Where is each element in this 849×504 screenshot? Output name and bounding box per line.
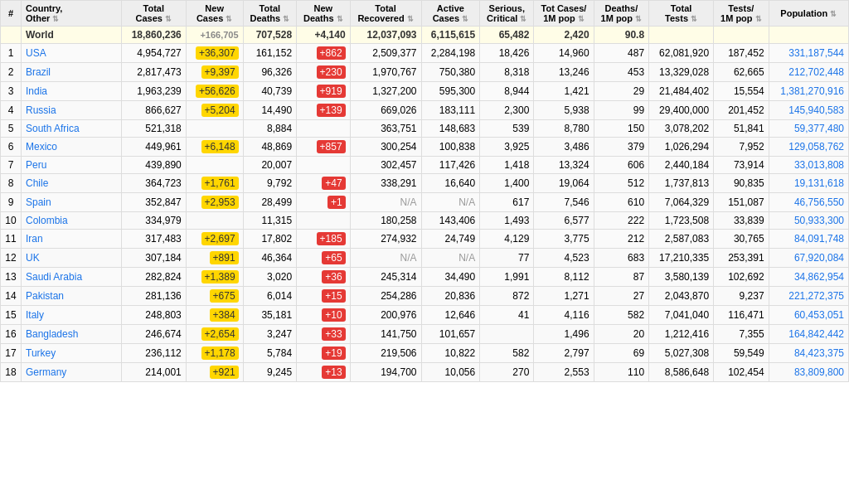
row-total-deaths: 17,802 <box>243 230 296 249</box>
col-active-cases[interactable]: ActiveCases ⇅ <box>421 1 480 27</box>
col-total-tests[interactable]: TotalTests ⇅ <box>649 1 714 27</box>
row-num: 14 <box>1 287 22 306</box>
sort-icon[interactable]: ⇅ <box>635 15 642 23</box>
col-tot-cases-1m[interactable]: Tot Cases/1M pop ⇅ <box>534 1 594 27</box>
row-num: 5 <box>1 120 22 138</box>
sort-icon[interactable]: ⇅ <box>755 15 762 23</box>
row-total-cases: 364,723 <box>121 174 186 193</box>
row-country[interactable]: Colombia <box>22 212 122 230</box>
row-country[interactable]: Turkey <box>22 344 122 363</box>
sort-icon[interactable]: ⇅ <box>337 15 343 23</box>
world-new-deaths: +4,140 <box>297 27 350 44</box>
country-link[interactable]: Pakistan <box>26 290 64 302</box>
col-total-cases[interactable]: TotalCases ⇅ <box>121 1 186 27</box>
row-tot-cases-1m: 8,112 <box>534 268 594 287</box>
row-country[interactable]: Spain <box>22 193 122 212</box>
row-country[interactable]: USA <box>22 44 122 63</box>
country-link[interactable]: Iran <box>26 233 43 245</box>
col-total-recovered[interactable]: TotalRecovered ⇅ <box>350 1 421 27</box>
col-population[interactable]: Population ⇅ <box>769 1 848 27</box>
country-link[interactable]: Peru <box>26 159 46 171</box>
sort-icon[interactable]: ⇅ <box>462 15 468 23</box>
row-active-cases: 12,646 <box>421 306 480 325</box>
row-deaths-1m: 110 <box>594 363 648 382</box>
row-serious: 1,493 <box>480 212 534 230</box>
row-active-cases: 750,380 <box>421 63 480 82</box>
row-new-deaths: +15 <box>297 287 350 306</box>
row-total-recovered: 669,026 <box>350 101 421 120</box>
row-new-cases: +56,626 <box>186 82 243 101</box>
col-serious[interactable]: Serious,Critical ⇅ <box>480 1 534 27</box>
country-link[interactable]: USA <box>26 47 46 59</box>
country-link[interactable]: Colombia <box>26 215 68 226</box>
country-link[interactable]: Brazil <box>26 66 51 78</box>
country-link[interactable]: Mexico <box>26 141 57 153</box>
country-link[interactable]: Turkey <box>26 347 56 359</box>
row-total-tests: 2,043,870 <box>649 287 714 306</box>
table-row: 11Iran317,483+2,69717,802+185274,93224,7… <box>1 230 849 249</box>
world-total-tests <box>649 27 714 44</box>
row-total-deaths: 46,364 <box>243 249 296 268</box>
row-new-cases: +891 <box>186 249 243 268</box>
row-new-cases <box>186 212 243 230</box>
sort-icon[interactable]: ⇅ <box>283 15 289 23</box>
row-tot-cases-1m: 4,523 <box>534 249 594 268</box>
row-total-deaths: 3,020 <box>243 268 296 287</box>
sort-icon[interactable]: ⇅ <box>830 10 837 18</box>
row-country[interactable]: Saudi Arabia <box>22 268 122 287</box>
country-link[interactable]: India <box>26 85 47 97</box>
sort-icon[interactable]: ⇅ <box>520 15 526 23</box>
row-deaths-1m: 212 <box>594 230 648 249</box>
sort-icon[interactable]: ⇅ <box>578 15 585 23</box>
col-new-cases[interactable]: NewCases ⇅ <box>186 1 243 27</box>
row-country[interactable]: Pakistan <box>22 287 122 306</box>
col-new-deaths[interactable]: NewDeaths ⇅ <box>297 1 350 27</box>
row-country[interactable]: UK <box>22 249 122 268</box>
row-population: 60,453,051 <box>769 306 848 325</box>
row-tests-1m: 33,839 <box>714 212 769 230</box>
row-country[interactable]: Bangladesh <box>22 325 122 344</box>
col-total-deaths[interactable]: TotalDeaths ⇅ <box>243 1 296 27</box>
row-country[interactable]: Brazil <box>22 63 122 82</box>
row-tot-cases-1m: 4,116 <box>534 306 594 325</box>
country-link[interactable]: Chile <box>26 177 48 189</box>
sort-icon[interactable]: ⇅ <box>165 15 172 23</box>
row-country[interactable]: Chile <box>22 174 122 193</box>
country-link[interactable]: Russia <box>26 104 56 116</box>
country-link[interactable]: Bangladesh <box>26 328 78 340</box>
row-num: 7 <box>1 157 22 174</box>
row-total-deaths: 3,247 <box>243 325 296 344</box>
country-link[interactable]: Saudi Arabia <box>26 271 82 283</box>
table-row: 1USA4,954,727+36,307161,152+8622,509,377… <box>1 44 849 63</box>
col-country[interactable]: Country,Other ⇅ <box>22 1 122 27</box>
country-link[interactable]: Italy <box>26 309 44 321</box>
col-deaths-1m[interactable]: Deaths/1M pop ⇅ <box>594 1 648 27</box>
country-link[interactable]: Spain <box>26 196 51 208</box>
col-tests-1m[interactable]: Tests/1M pop ⇅ <box>714 1 769 27</box>
world-total-cases: 18,860,236 <box>121 27 186 44</box>
row-country[interactable]: Peru <box>22 157 122 174</box>
col-num[interactable]: # <box>1 1 22 27</box>
country-link[interactable]: South Africa <box>26 123 80 134</box>
row-country[interactable]: India <box>22 82 122 101</box>
row-total-deaths: 11,315 <box>243 212 296 230</box>
sort-icon[interactable]: ⇅ <box>691 15 697 23</box>
sort-icon[interactable]: ⇅ <box>407 15 414 23</box>
row-total-cases: 214,001 <box>121 363 186 382</box>
row-country[interactable]: South Africa <box>22 120 122 138</box>
row-deaths-1m: 512 <box>594 174 648 193</box>
row-country[interactable]: Iran <box>22 230 122 249</box>
sort-icon[interactable]: ⇅ <box>52 15 59 23</box>
row-serious: 539 <box>480 120 534 138</box>
row-country[interactable]: Germany <box>22 363 122 382</box>
row-new-cases <box>186 120 243 138</box>
row-country[interactable]: Italy <box>22 306 122 325</box>
row-country[interactable]: Mexico <box>22 138 122 157</box>
sort-icon[interactable]: ⇅ <box>226 15 232 23</box>
row-population: 221,272,375 <box>769 287 848 306</box>
country-link[interactable]: Germany <box>26 366 66 378</box>
row-new-deaths: +33 <box>297 325 350 344</box>
row-deaths-1m: 99 <box>594 101 648 120</box>
country-link[interactable]: UK <box>26 252 40 264</box>
row-country[interactable]: Russia <box>22 101 122 120</box>
